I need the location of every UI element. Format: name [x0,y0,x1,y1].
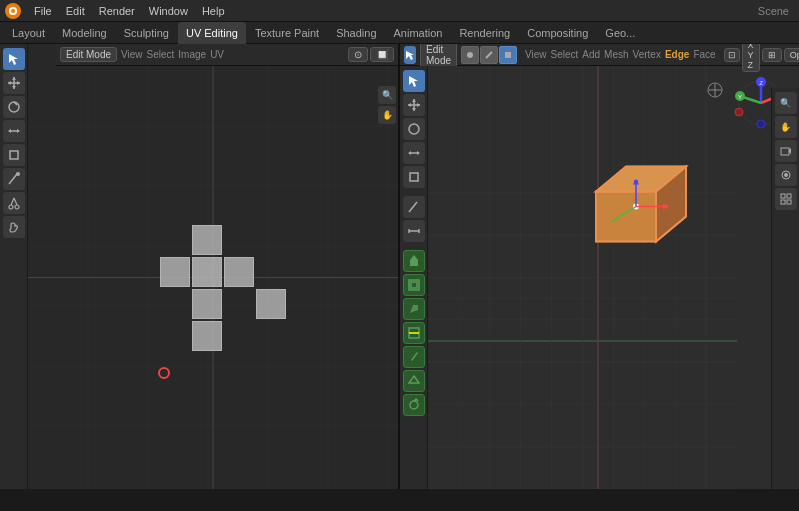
3d-grid [428,66,737,489]
svg-point-17 [9,205,13,209]
3d-render-preview-btn[interactable] [775,164,797,186]
transform-tool[interactable] [3,144,25,166]
svg-marker-6 [12,77,16,80]
uv-image-label[interactable]: Image [178,49,206,60]
3d-options-btn[interactable]: Options [784,48,799,62]
3d-grid-btn[interactable] [775,188,797,210]
3d-mode-dropdown[interactable]: Edit Mode [420,44,457,68]
tab-sculpting[interactable]: Sculpting [116,22,177,44]
svg-point-10 [9,102,19,112]
menu-edit[interactable]: Edit [60,3,91,19]
3d-viewport-content[interactable]: User Perspective (0) Cube [400,66,799,489]
tab-uv-editing[interactable]: UV Editing [178,22,246,44]
uv-cell [224,257,254,287]
uv-squares [160,225,286,351]
vertex-mode-btn[interactable] [461,46,479,64]
scene-label: Scene [752,5,795,17]
uv-view-label[interactable]: View [121,49,143,60]
3d-pan-btn[interactable]: ✋ [775,116,797,138]
svg-marker-36 [406,51,414,60]
select-tool[interactable] [3,48,25,70]
uv-cell [160,257,190,287]
tab-shading[interactable]: Shading [328,22,384,44]
svg-marker-12 [8,129,11,133]
svg-rect-117 [787,194,791,198]
svg-point-16 [16,172,20,176]
uv-uv-label[interactable]: UV [210,49,224,60]
menu-render[interactable]: Render [93,3,141,19]
uv-snap-btn[interactable]: 🔲 [370,47,394,62]
uv-mode-dropdown[interactable]: Edit Mode [60,47,117,62]
uv-zoom-btn[interactable]: 🔍 [378,86,396,104]
3d-mesh-label[interactable]: Mesh [604,49,628,60]
workspace-tabs: Layout Modeling Sculpting UV Editing Tex… [0,22,799,44]
edge-mode-btn[interactable] [480,46,498,64]
svg-text:Z: Z [759,80,763,86]
svg-rect-39 [505,52,511,58]
svg-marker-9 [17,81,20,85]
uv-cursor [158,367,170,379]
svg-point-110 [735,108,743,116]
svg-point-18 [15,205,19,209]
tab-modeling[interactable]: Modeling [54,22,115,44]
uv-cell [192,257,222,287]
face-mode-btn[interactable] [499,46,517,64]
grab-tool[interactable] [3,216,25,238]
tab-texture-paint[interactable]: Texture Paint [247,22,327,44]
3d-right-toolbar: 🔍 ✋ [771,88,799,489]
move-tool[interactable] [3,72,25,94]
3d-select-label[interactable]: Select [551,49,579,60]
svg-rect-14 [10,151,18,159]
annotate-tool[interactable] [3,168,25,190]
menu-bar: File Edit Render Window Help Scene [0,0,799,22]
scale-tool[interactable] [3,120,25,142]
svg-rect-112 [781,148,789,155]
main-content: Edit Mode View Select Image UV ⊙ 🔲 › [0,44,799,489]
uv-viewport[interactable]: Edit Mode View Select Image UV ⊙ 🔲 › [28,44,398,489]
uv-pan-btn[interactable]: ✋ [378,106,396,124]
viewport-settings-icon[interactable] [706,81,724,101]
menu-file[interactable]: File [28,3,58,19]
3d-add-label[interactable]: Add [582,49,600,60]
svg-point-109 [757,120,765,128]
cut-tool[interactable] [3,192,25,214]
svg-point-98 [664,204,668,208]
tab-geo[interactable]: Geo... [597,22,643,44]
uv-select-label[interactable]: Select [147,49,175,60]
svg-marker-8 [8,81,11,85]
svg-marker-85 [596,191,656,241]
rotate-tool[interactable] [3,96,25,118]
svg-point-2 [11,9,15,13]
3d-view-label[interactable]: View [525,49,547,60]
uv-editor-panel: Edit Mode View Select Image UV ⊙ 🔲 › [0,44,400,489]
uv-header: Edit Mode View Select Image UV ⊙ 🔲 [56,44,398,66]
menu-window[interactable]: Window [143,3,194,19]
3d-edge-label[interactable]: Edge [665,49,689,60]
tab-compositing[interactable]: Compositing [519,22,596,44]
3d-vertex-label[interactable]: Vertex [633,49,661,60]
3d-camera-btn[interactable] [775,140,797,162]
svg-line-15 [9,174,17,184]
uv-cell [192,225,222,255]
3d-global-btn[interactable]: ⊞ [762,48,782,62]
3d-viewport-panel: Edit Mode View Select Add Mesh Vertex Ed… [400,44,799,489]
svg-rect-119 [787,200,791,204]
mesh-select-mode [461,46,517,64]
svg-point-37 [467,52,473,58]
svg-rect-116 [781,194,785,198]
tab-animation[interactable]: Animation [386,22,451,44]
3d-zoom-btn[interactable]: 🔍 [775,92,797,114]
menu-help[interactable]: Help [196,3,231,19]
svg-marker-13 [17,129,20,133]
svg-text:Y: Y [738,94,742,100]
uv-cell [192,321,222,351]
tab-rendering[interactable]: Rendering [451,22,518,44]
tab-layout[interactable]: Layout [4,22,53,44]
uv-cell [256,289,286,319]
3d-xray-btn[interactable]: ⊡ [724,48,740,62]
3d-face-label[interactable]: Face [693,49,715,60]
uv-overlay-btn[interactable]: ⊙ [348,47,368,62]
uv-right-mini-toolbar: 🔍 ✋ [378,86,396,124]
svg-point-115 [784,173,788,177]
svg-line-19 [11,198,14,205]
